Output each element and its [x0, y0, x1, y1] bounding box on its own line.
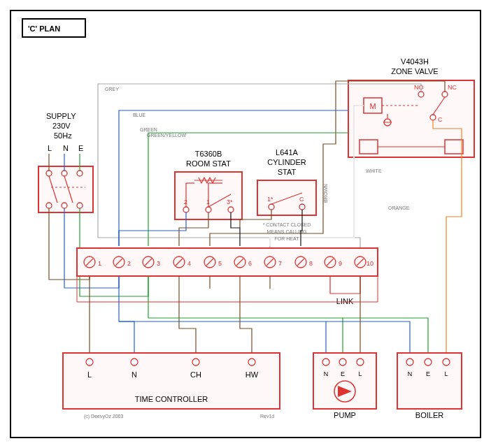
svg-text:CH: CH: [190, 370, 201, 379]
wire-label-brown: BROWN: [323, 184, 328, 203]
svg-text:PUMP: PUMP: [334, 411, 356, 419]
svg-text:N: N: [324, 370, 329, 377]
svg-point-45: [228, 207, 234, 212]
time-controller-block: L N CH HW TIME CONTROLLER: [63, 353, 280, 409]
svg-point-110: [322, 359, 329, 366]
pump-block: N E L PUMP: [313, 353, 376, 419]
svg-text:T6360B: T6360B: [195, 150, 222, 158]
svg-text:* CONTACT CLOSED: * CONTACT CLOSED: [263, 222, 311, 227]
svg-text:E: E: [341, 370, 345, 377]
revision: Rev1d: [260, 414, 274, 419]
svg-point-104: [192, 359, 199, 366]
svg-point-11: [77, 171, 83, 176]
svg-text:L: L: [444, 370, 448, 377]
svg-text:L: L: [87, 370, 92, 379]
svg-text:230V: 230V: [52, 122, 71, 130]
wire-label-orange: ORANGE: [388, 205, 410, 210]
svg-point-56: [269, 204, 274, 210]
svg-text:SUPPLY: SUPPLY: [46, 112, 76, 120]
svg-point-10: [62, 171, 67, 176]
svg-text:ROOM STAT: ROOM STAT: [186, 159, 231, 168]
svg-text:10: 10: [367, 260, 373, 267]
svg-point-100: [86, 359, 93, 366]
svg-text:1*: 1*: [267, 196, 273, 203]
svg-point-13: [62, 203, 67, 208]
diagram-title: 'C' PLAN: [28, 24, 60, 33]
svg-point-123: [443, 359, 450, 366]
svg-point-9: [46, 171, 52, 176]
svg-point-26: [418, 92, 424, 97]
svg-text:E: E: [426, 370, 430, 377]
wire-label-white: WHITE: [366, 168, 382, 173]
svg-text:L641A: L641A: [276, 148, 298, 157]
svg-text:STAT: STAT: [278, 168, 297, 176]
svg-text:9: 9: [339, 260, 342, 267]
svg-text:L: L: [48, 144, 52, 152]
svg-point-14: [77, 203, 83, 208]
svg-text:LINK: LINK: [336, 297, 354, 305]
svg-rect-36: [445, 140, 463, 154]
svg-text:BOILER: BOILER: [415, 411, 443, 419]
svg-rect-35: [360, 140, 378, 154]
junction-strip: 1 2 3 4 5 6 7 8 9 10: [77, 248, 378, 276]
svg-text:2: 2: [127, 260, 131, 267]
svg-text:5: 5: [218, 260, 222, 267]
svg-text:1: 1: [98, 260, 101, 267]
wire-label-blue: BLUE: [133, 113, 146, 117]
svg-text:3: 3: [157, 260, 160, 267]
svg-text:4: 4: [187, 260, 191, 267]
svg-text:50Hz: 50Hz: [54, 131, 72, 140]
svg-point-121: [425, 359, 432, 366]
svg-point-119: [406, 359, 413, 366]
svg-text:TIME CONTROLLER: TIME CONTROLLER: [135, 395, 208, 403]
svg-text:L: L: [358, 370, 362, 377]
svg-text:NO: NO: [414, 84, 424, 91]
svg-text:8: 8: [309, 260, 313, 267]
copyright: (c) DeevyOz 2003: [84, 414, 124, 419]
svg-point-41: [183, 207, 189, 212]
wire-label-grey: GREY: [105, 87, 119, 92]
wire-label-greenyellow: GREEN/YELLOW: [147, 133, 186, 138]
svg-point-30: [430, 115, 436, 120]
svg-point-112: [339, 359, 346, 366]
svg-text:ZONE VALVE: ZONE VALVE: [391, 67, 438, 75]
svg-rect-64: [77, 248, 378, 276]
svg-point-28: [442, 92, 448, 97]
svg-point-106: [248, 359, 255, 366]
svg-text:E: E: [78, 144, 83, 152]
svg-text:HW: HW: [246, 370, 259, 379]
svg-point-58: [299, 204, 305, 210]
svg-point-114: [357, 359, 364, 366]
svg-point-102: [131, 359, 138, 366]
svg-text:CYLINDER: CYLINDER: [267, 158, 306, 166]
svg-text:N: N: [63, 144, 69, 152]
svg-text:N: N: [408, 370, 413, 377]
svg-text:7: 7: [278, 260, 282, 267]
svg-text:C: C: [438, 116, 443, 123]
svg-text:FOR HEAT: FOR HEAT: [275, 236, 300, 241]
boiler-block: N E L BOILER: [397, 353, 462, 419]
svg-text:6: 6: [248, 260, 252, 267]
svg-text:3*: 3*: [227, 198, 233, 205]
wire-label-green: GREEN: [140, 127, 157, 132]
svg-point-43: [206, 207, 211, 212]
svg-text:N: N: [131, 370, 137, 379]
svg-text:M: M: [369, 102, 376, 110]
svg-rect-55: [257, 180, 316, 215]
svg-text:NC: NC: [448, 84, 457, 91]
svg-point-12: [46, 203, 52, 208]
svg-text:C: C: [299, 196, 304, 203]
svg-text:V4043H: V4043H: [401, 57, 429, 66]
